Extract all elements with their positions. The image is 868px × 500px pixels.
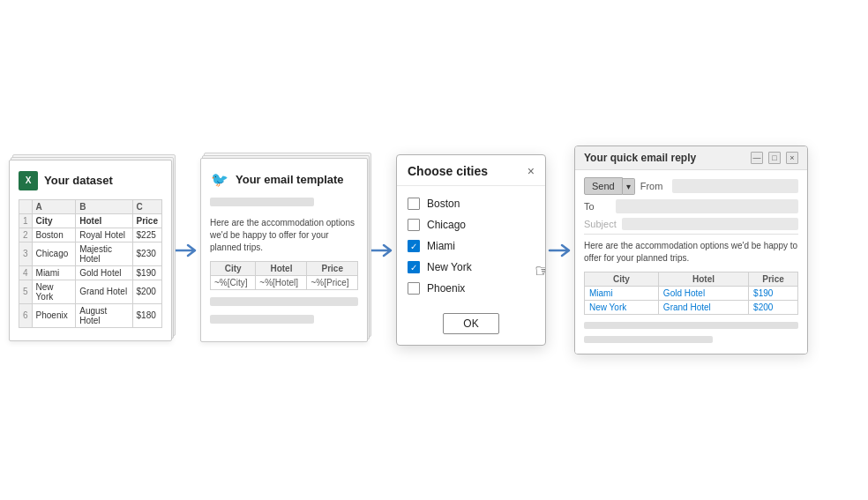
- cell-miami-price: $190: [749, 287, 798, 301]
- template-header: 🐦 Your email template: [210, 169, 358, 189]
- checkbox-chicago[interactable]: [408, 219, 420, 231]
- cell-newyork-hotel[interactable]: Grand Hotel: [658, 301, 748, 315]
- excel-icon: X: [19, 171, 38, 190]
- win-titlebar: Your quick email reply — □ ×: [575, 146, 807, 170]
- checkbox-miami[interactable]: ✓: [408, 240, 420, 252]
- template-card: 🐦 Your email template Here are the accom…: [200, 158, 368, 342]
- city-label-chicago: Chicago: [427, 219, 466, 231]
- template-title: Your email template: [236, 173, 344, 186]
- dialog-body: Boston Chicago ✓ Miami ✓ New York ☞: [397, 186, 545, 306]
- win-title: Your quick email reply: [584, 152, 696, 164]
- arrow-2: [368, 242, 396, 259]
- placeholder-1: [210, 198, 314, 206]
- cell-miami-city[interactable]: Miami: [585, 287, 659, 301]
- from-field[interactable]: [672, 179, 798, 193]
- placeholder-3: [210, 315, 314, 324]
- checkbox-phoenix[interactable]: [408, 282, 420, 295]
- footer-placeholder-1: [584, 322, 798, 329]
- email-body-text: Here are the accommodation options we'd …: [584, 240, 798, 265]
- template-panel: 🐦 Your email template Here are the accom…: [200, 158, 368, 342]
- ok-button[interactable]: OK: [443, 313, 498, 334]
- email-window: Your quick email reply — □ × Send ▾ From: [574, 146, 808, 354]
- checkbox-boston[interactable]: [408, 198, 420, 210]
- template-body: Here are the accommodation options we'd …: [210, 217, 358, 254]
- close-button[interactable]: ×: [786, 152, 798, 164]
- city-label-miami: Miami: [427, 240, 455, 252]
- table-row: 6 Phoenix August Hotel $180: [19, 303, 162, 327]
- win-body: Send ▾ From To Subject Here are th: [575, 170, 807, 354]
- city-item-boston[interactable]: Boston: [408, 193, 535, 214]
- arrow-3: [546, 242, 574, 259]
- win-chrome: Your quick email reply — □ × Send ▾ From: [574, 146, 808, 354]
- dialog-title: Choose cities: [408, 164, 488, 178]
- city-item-newyork[interactable]: ✓ New York ☞: [408, 257, 535, 278]
- to-label: To: [584, 201, 610, 212]
- table-row: 1 City Hotel Price: [19, 213, 162, 228]
- main-scene: X Your dataset A B C 1 City: [0, 0, 868, 500]
- col-city: City: [585, 272, 659, 287]
- dataset-title: Your dataset: [44, 174, 113, 187]
- arrow-1: [172, 242, 200, 259]
- to-row: To: [584, 199, 798, 213]
- col-c: C: [132, 199, 161, 213]
- dialog-footer: OK: [397, 306, 545, 345]
- dataset-header: X Your dataset: [19, 171, 162, 190]
- col-a: A: [32, 199, 76, 213]
- col-price: Price: [749, 272, 798, 287]
- table-row: ~%[City] ~%[Hotel] ~%[Price]: [211, 276, 358, 290]
- from-label: From: [640, 181, 667, 191]
- table-row: 5 New York Grand Hotel $200: [19, 280, 162, 303]
- dataset-card: X Your dataset A B C 1 City: [9, 160, 172, 341]
- send-button-group[interactable]: Send ▾: [584, 177, 635, 195]
- city-item-phoenix[interactable]: Phoenix: [408, 278, 535, 299]
- city-item-chicago[interactable]: Chicago: [408, 214, 535, 235]
- placeholder-2: [210, 297, 358, 306]
- minimize-button[interactable]: —: [751, 152, 763, 164]
- city-label-phoenix: Phoenix: [427, 282, 465, 295]
- result-row-newyork: New York Grand Hotel $200: [585, 301, 798, 315]
- city-label-boston: Boston: [427, 198, 460, 210]
- send-button[interactable]: Send: [584, 177, 623, 195]
- to-field[interactable]: [616, 199, 798, 213]
- city-label-newyork: New York: [427, 261, 472, 273]
- close-icon[interactable]: ×: [528, 165, 535, 177]
- table-row: 3 Chicago Majestic Hotel $230: [19, 242, 162, 265]
- checkbox-newyork[interactable]: ✓: [408, 261, 420, 273]
- result-row-miami: Miami Gold Hotel $190: [585, 287, 798, 301]
- subject-row: Subject: [584, 218, 798, 235]
- footer-placeholder-2: [584, 336, 713, 343]
- template-table: City Hotel Price ~%[City] ~%[Hotel] ~%[P…: [210, 261, 358, 290]
- maximize-button[interactable]: □: [768, 152, 781, 164]
- cell-newyork-city[interactable]: New York: [585, 301, 659, 315]
- dataset-table: A B C 1 City Hotel Price 2 Boston: [19, 199, 162, 328]
- dialog-box: Choose cities × Boston Chicago ✓ Miami: [396, 154, 546, 346]
- choose-cities-dialog[interactable]: Choose cities × Boston Chicago ✓ Miami: [396, 154, 546, 346]
- col-hotel: Hotel: [658, 272, 748, 287]
- bird-icon: 🐦: [210, 169, 229, 189]
- cursor-hand-icon: ☞: [535, 260, 546, 281]
- col-b: B: [76, 199, 132, 213]
- subject-field[interactable]: [622, 218, 798, 230]
- city-item-miami[interactable]: ✓ Miami: [408, 235, 535, 257]
- dialog-titlebar: Choose cities ×: [397, 155, 545, 186]
- subject-label: Subject: [584, 219, 617, 229]
- cell-miami-hotel[interactable]: Gold Hotel: [658, 287, 748, 301]
- col-empty: [19, 199, 33, 213]
- send-chevron-button[interactable]: ▾: [623, 178, 635, 195]
- result-table: City Hotel Price Miami Gold Hotel $190 N…: [584, 272, 798, 315]
- table-row: 2 Boston Royal Hotel $225: [19, 228, 162, 242]
- dataset-panel: X Your dataset A B C 1 City: [9, 160, 172, 341]
- table-row: 4 Miami Gold Hotel $190: [19, 265, 162, 280]
- send-row: Send ▾ From: [584, 177, 798, 195]
- win-controls: — □ ×: [751, 152, 798, 164]
- cell-newyork-price: $200: [749, 301, 798, 315]
